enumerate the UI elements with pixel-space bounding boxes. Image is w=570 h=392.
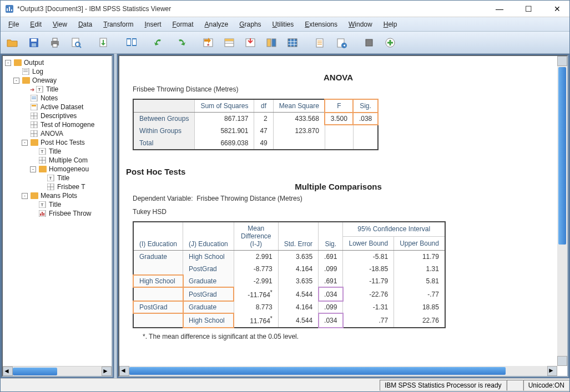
open-icon[interactable] (4, 34, 22, 51)
menu-view[interactable]: View (47, 18, 73, 30)
outline-homogeneou[interactable]: -Homogeneou (3, 165, 112, 174)
svg-text:★: ★ (206, 43, 210, 47)
mc-method: Tukey HSD (133, 208, 551, 216)
goto-var-icon[interactable] (220, 34, 238, 51)
outline-oneway[interactable]: -Oneway (3, 76, 112, 85)
outline-pane: -OutputLog-Oneway➜TTitleNotesActive Data… (2, 55, 113, 377)
outline-test-of-homogene[interactable]: Test of Homogene (3, 120, 112, 129)
menu-utilities[interactable]: Utilities (267, 18, 300, 30)
svg-rect-5 (31, 39, 37, 42)
anova-row: Within Groups5821.90147123.870 (133, 125, 378, 137)
svg-rect-1 (7, 8, 8, 11)
svg-rect-64 (39, 166, 47, 172)
outline-frisbee-t[interactable]: Frisbee T (3, 182, 112, 191)
posthoc-heading: Post Hoc Tests (126, 167, 551, 176)
outline-title[interactable]: TTitle (3, 147, 112, 156)
outline-frisbee-throw[interactable]: Frisbee Throw (3, 209, 112, 218)
goto-case-icon[interactable]: ★ (199, 34, 217, 51)
menu-window[interactable]: Window (343, 18, 378, 30)
svg-rect-3 (11, 9, 12, 11)
outline-log[interactable]: Log (3, 67, 112, 76)
outline-post-hoc-tests[interactable]: -Post Hoc Tests (3, 138, 112, 147)
mc-row: PostGradGraduate8.7734.164.099-1.3118.85 (133, 301, 445, 313)
svg-rect-48 (32, 105, 36, 106)
outline-active-dataset[interactable]: Active Dataset (3, 103, 112, 111)
add-icon[interactable] (381, 34, 399, 51)
svg-rect-74 (40, 213, 41, 216)
svg-rect-37 (14, 59, 22, 66)
outline-hscrollbar[interactable]: ◄ ► (3, 366, 112, 376)
print-icon[interactable] (46, 34, 64, 51)
redo-icon[interactable] (171, 34, 189, 51)
svg-rect-58 (31, 139, 38, 146)
splitter[interactable] (114, 54, 117, 378)
menu-help[interactable]: Help (378, 18, 403, 30)
preview-icon[interactable] (67, 34, 85, 51)
outline-title[interactable]: TTitle (3, 174, 112, 182)
workspace: -OutputLog-Oneway➜TTitleNotesActive Data… (1, 54, 569, 378)
col-ss: Sum of Squares (195, 99, 254, 113)
content-hscrollbar[interactable]: ◄ ► (119, 366, 557, 376)
col-df: df (254, 99, 273, 113)
svg-line-12 (79, 46, 81, 48)
weight-icon[interactable] (284, 34, 301, 51)
status-processor: IBM SPSS Statistics Processor is ready (380, 380, 507, 391)
svg-text:T: T (38, 87, 41, 92)
menu-graphs[interactable]: Graphs (234, 18, 266, 30)
dialog-recall-icon[interactable] (123, 34, 140, 51)
menu-file[interactable]: File (3, 18, 24, 30)
menu-transform[interactable]: Transform (98, 18, 139, 30)
svg-text:T: T (49, 176, 52, 181)
app-icon (5, 4, 14, 13)
menu-analyze[interactable]: Analyze (199, 18, 234, 30)
content-pane: ANOVA Frisbee Throwing Distance (Metres)… (118, 55, 568, 377)
mc-footnote: *. The mean difference is significant at… (143, 333, 551, 340)
col-f: F (325, 99, 353, 113)
spss-viewer-window: *Output3 [Document3] - IBM SPSS Statisti… (0, 0, 570, 392)
content-vscrollbar[interactable] (557, 56, 567, 366)
save-icon[interactable] (25, 34, 43, 51)
svg-rect-76 (43, 213, 44, 216)
mc-dep: Dependent Variable: Frisbee Throwing Dis… (133, 195, 551, 202)
outline-title[interactable]: TTitle (3, 200, 112, 209)
run-icon[interactable] (360, 34, 378, 51)
outline-multiple-com[interactable]: Multiple Com (3, 156, 112, 165)
menu-insert[interactable]: Insert (139, 18, 167, 30)
svg-rect-25 (267, 39, 271, 47)
outline-output[interactable]: -Output (3, 58, 112, 67)
svg-rect-6 (32, 43, 36, 47)
outline-title[interactable]: ➜TTitle (3, 85, 112, 94)
minimize-button[interactable]: — (492, 3, 507, 14)
svg-rect-41 (22, 77, 30, 84)
outline-notes[interactable]: Notes (3, 94, 112, 103)
anova-table: Sum of Squares df Mean Square F Sig. Bet… (133, 99, 379, 150)
select-cases-icon[interactable] (311, 34, 329, 51)
mc-title: Multiple Comparisons (126, 182, 551, 191)
svg-rect-8 (53, 38, 57, 41)
find-icon[interactable] (241, 34, 259, 51)
mc-row: High SchoolGraduate-2.9913.635.691-11.79… (133, 275, 445, 287)
window-title: *Output3 [Document3] - IBM SPSS Statisti… (17, 5, 492, 13)
maximize-button[interactable]: ☐ (521, 3, 536, 14)
col-sig: Sig. (353, 99, 378, 113)
outline-descriptives[interactable]: Descriptives (3, 111, 112, 120)
svg-rect-26 (272, 39, 276, 47)
mc-row: PostGrad-11.764*4.544.034-22.76-.77 (133, 287, 445, 301)
export-icon[interactable] (95, 34, 113, 51)
menubar: FileEditViewDataTransformInsertFormatAna… (1, 17, 569, 32)
svg-rect-47 (31, 104, 37, 110)
menu-edit[interactable]: Edit (24, 18, 47, 30)
split-icon[interactable] (263, 34, 280, 51)
undo-icon[interactable] (150, 34, 168, 51)
svg-rect-44 (31, 95, 37, 101)
menu-extensions[interactable]: Extensions (299, 18, 343, 30)
outline-means-plots[interactable]: -Means Plots (3, 191, 112, 200)
close-button[interactable]: ✕ (549, 3, 565, 14)
menu-data[interactable]: Data (73, 18, 98, 30)
outline-anova[interactable]: ANOVA (3, 129, 112, 138)
menu-format[interactable]: Format (167, 18, 199, 30)
value-labels-icon[interactable] (332, 34, 350, 51)
svg-rect-27 (288, 39, 297, 47)
svg-rect-23 (225, 39, 234, 41)
anova-row: Between Groups867.1372433.5683.500.038 (133, 113, 378, 125)
